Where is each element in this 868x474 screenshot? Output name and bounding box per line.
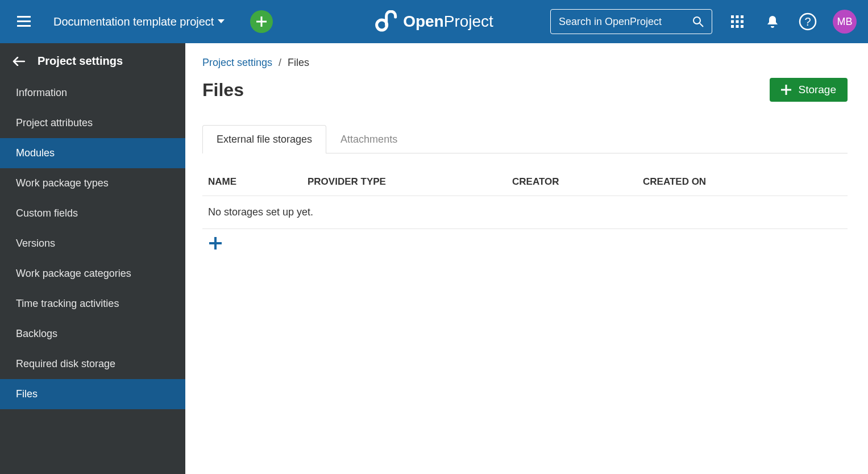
avatar[interactable]: MB: [833, 10, 857, 34]
svg-rect-10: [741, 15, 744, 18]
svg-rect-16: [741, 25, 744, 28]
help-button[interactable]: ?: [798, 11, 818, 32]
page-title: Files: [202, 80, 244, 101]
tab-label: Attachments: [340, 134, 397, 145]
column-header-creator[interactable]: CREATOR: [512, 176, 643, 188]
caret-down-icon: [217, 19, 225, 24]
openproject-logo-icon: [375, 10, 397, 33]
svg-rect-12: [736, 20, 739, 23]
svg-rect-22: [209, 242, 222, 244]
svg-rect-14: [731, 25, 734, 28]
sidebar-item-label: Files: [16, 388, 38, 400]
bell-icon: [766, 15, 779, 28]
sidebar-item-label: Project attributes: [16, 117, 93, 128]
apps-button[interactable]: [727, 11, 747, 32]
sidebar-item-label: Custom fields: [16, 207, 78, 219]
topbar: Documentation template project OpenProje…: [0, 0, 868, 43]
plus-icon: [209, 237, 222, 250]
sidebar-title: Project settings: [38, 55, 123, 68]
svg-rect-0: [17, 16, 31, 18]
table-header-row: NAME PROVIDER TYPE CREATOR CREATED ON: [202, 171, 848, 196]
svg-rect-4: [256, 21, 267, 23]
sidebar-item-versions[interactable]: Versions: [0, 228, 185, 259]
project-name: Documentation template project: [53, 15, 214, 28]
sidebar-item-label: Modules: [16, 147, 55, 159]
main-content: Project settings / Files Files Storage E…: [185, 43, 868, 474]
sidebar-item-custom-fields[interactable]: Custom fields: [0, 198, 185, 228]
sidebar-item-backlogs[interactable]: Backlogs: [0, 319, 185, 349]
svg-point-6: [693, 17, 700, 24]
sidebar-item-work-package-types[interactable]: Work package types: [0, 168, 185, 198]
tab-external-file-storages[interactable]: External file storages: [202, 125, 326, 153]
sidebar-item-required-disk-storage[interactable]: Required disk storage: [0, 349, 185, 379]
svg-rect-9: [736, 15, 739, 18]
empty-state-message: No storages set up yet.: [202, 196, 848, 229]
sidebar-item-label: Work package categories: [16, 268, 131, 279]
sidebar-item-work-package-categories[interactable]: Work package categories: [0, 259, 185, 289]
svg-rect-2: [17, 25, 31, 27]
plus-icon: [781, 85, 791, 95]
sidebar-item-label: Required disk storage: [16, 358, 115, 369]
add-storage-inline-button[interactable]: [202, 229, 229, 257]
storages-table: NAME PROVIDER TYPE CREATOR CREATED ON No…: [202, 171, 848, 257]
search-box[interactable]: [550, 9, 712, 34]
sidebar-item-modules[interactable]: Modules: [0, 138, 185, 168]
sidebar-back-button[interactable]: Project settings: [0, 43, 185, 78]
breadcrumb-current: Files: [288, 57, 309, 68]
sidebar-item-label: Backlogs: [16, 328, 57, 339]
column-header-name[interactable]: NAME: [208, 176, 308, 188]
svg-rect-15: [736, 25, 739, 28]
apps-grid-icon: [731, 15, 744, 28]
project-selector[interactable]: Documentation template project: [53, 15, 225, 28]
svg-line-7: [700, 23, 703, 27]
arrow-left-icon: [13, 57, 25, 66]
add-storage-label: Storage: [798, 84, 836, 96]
svg-rect-8: [731, 15, 734, 18]
sidebar-item-time-tracking-activities[interactable]: Time tracking activities: [0, 289, 185, 319]
column-header-created-on[interactable]: CREATED ON: [643, 176, 842, 188]
topbar-right: ? MB: [550, 9, 857, 34]
svg-rect-1: [17, 20, 31, 22]
sidebar-item-project-attributes[interactable]: Project attributes: [0, 108, 185, 138]
column-header-provider-type[interactable]: PROVIDER TYPE: [308, 176, 512, 188]
brand-text: OpenProject: [403, 13, 493, 31]
svg-rect-13: [741, 20, 744, 23]
breadcrumb-separator: /: [279, 57, 281, 68]
sidebar-item-label: Versions: [16, 238, 55, 249]
sidebar-item-label: Work package types: [16, 177, 109, 189]
tabs: External file storages Attachments: [202, 124, 848, 153]
quick-add-button[interactable]: [250, 10, 273, 33]
tab-attachments[interactable]: Attachments: [326, 125, 412, 153]
add-storage-button[interactable]: Storage: [770, 78, 848, 102]
help-icon: ?: [799, 13, 817, 31]
avatar-initials: MB: [837, 16, 853, 28]
svg-text:?: ?: [804, 15, 811, 28]
brand-logo[interactable]: OpenProject: [375, 10, 493, 33]
sidebar: Project settings Information Project att…: [0, 43, 185, 474]
breadcrumb: Project settings / Files: [202, 57, 848, 69]
svg-rect-20: [781, 89, 791, 91]
notifications-button[interactable]: [762, 11, 783, 32]
plus-icon: [256, 16, 267, 27]
breadcrumb-parent-link[interactable]: Project settings: [202, 57, 272, 68]
sidebar-item-label: Information: [16, 87, 67, 98]
hamburger-icon: [17, 16, 31, 27]
svg-rect-11: [731, 20, 734, 23]
search-input[interactable]: [559, 16, 692, 28]
sidebar-item-files[interactable]: Files: [0, 379, 185, 409]
sidebar-item-information[interactable]: Information: [0, 78, 185, 108]
search-icon: [692, 16, 704, 27]
hamburger-menu-button[interactable]: [11, 9, 36, 34]
tab-label: External file storages: [217, 134, 312, 145]
sidebar-item-label: Time tracking activities: [16, 298, 119, 309]
